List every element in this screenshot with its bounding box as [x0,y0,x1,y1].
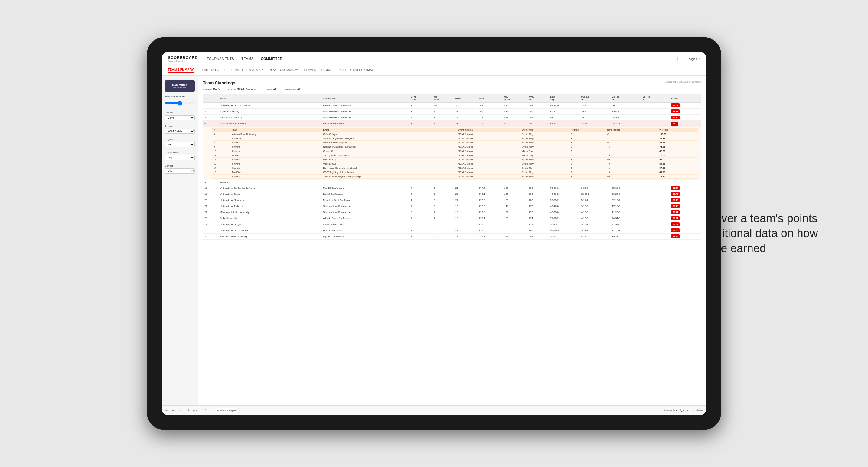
copy-button[interactable]: ⧉ [187,409,189,412]
points-badge[interactable]: 90.20 [671,116,680,120]
view-selector[interactable]: ⊞ View: Original [215,408,239,413]
col-vs25: Vs Top25 [610,94,641,102]
nav-committee[interactable]: COMMITTEE [261,57,282,61]
region-filter-label: Region: [264,88,272,91]
table-row: 25 University of North Florida ASUN Conf… [203,227,701,234]
points-badge[interactable]: 88.71 [671,216,680,220]
nav-teams[interactable]: TEAMS [241,57,253,61]
view-icon: ⊞ [217,409,219,412]
points-badge-highlighted[interactable]: 79.5 [671,122,679,126]
update-time: Update time: 13/03/2024 10:03:42 [665,81,701,83]
region-label: Region [165,138,195,141]
division-filter-value: NCAA Division I [237,88,257,91]
min-rounds-slider[interactable] [165,100,195,106]
paste-button[interactable]: ⊞ · [193,409,197,412]
school-select[interactable]: (All) [165,168,195,174]
logo-text: SCOREBOARD [168,55,198,60]
points-badge[interactable]: 83.07 [671,186,680,190]
inner-table-row: 14 Georgia Ben Hogan Collegiate Invitati… [212,166,698,170]
col-school: School [218,94,321,102]
top-nav: SCOREBOARD Powered by clipp TOURNAMENTS … [162,52,706,65]
sub-nav-player-summary[interactable]: PLAYER SUMMARY [269,68,298,72]
sub-nav-team-summary[interactable]: TEAM SUMMARY [168,68,194,72]
standings-header: Team Standings Update time: 13/03/2024 1… [203,81,701,85]
sub-nav-team-h2h-grid[interactable]: TEAM H2H GRID [200,68,225,72]
table-row: 21 University of Alabama Southeastern Co… [203,203,701,209]
col-overall: Overall25 [580,94,610,102]
sign-out-divider: | [677,56,678,61]
division-label: Division [165,125,195,127]
gender-filter-value: Men's [213,88,220,91]
points-badge[interactable]: 88.54 [671,222,680,226]
share-button[interactable]: ↗ Share [692,409,703,412]
points-badge[interactable]: 83.41 [671,210,680,214]
col-wins: Wins [477,94,502,102]
undo-button[interactable]: ↩ [165,409,168,412]
points-badge[interactable]: 97.02 [671,103,680,107]
table-row: 5 Texas T... [203,180,701,185]
sign-out[interactable]: Sign out [685,58,700,61]
inner-table-header: # Team Event Event Division Event Type R… [212,128,698,132]
col-conference: Conference [321,94,409,102]
points-badge[interactable]: 83.89 [671,228,680,232]
view-label: View: Original [220,409,237,412]
sidebar-min-rounds: Minimum Rounds [165,95,195,107]
gender-label: Gender [165,111,195,114]
reset-button[interactable]: ↺ [178,409,180,412]
clock-button[interactable]: ⏱ [205,409,207,412]
toolbar-separator-1 [184,408,184,413]
sub-nav-team-h2h-heatmap[interactable]: TEAM H2H HEATMAP [231,68,263,72]
inner-table: # Team Event Event Division Event Type R… [212,128,698,179]
inner-table-row: 15 East Tae OFCC Fighting Illini Invitat… [212,170,698,175]
division-select[interactable]: NCAA Division I [165,129,195,134]
redo-button[interactable]: ↪ [172,409,174,412]
tablet-device: SCOREBOARD Powered by clipp TOURNAMENTS … [147,37,721,430]
sub-nav: TEAM SUMMARY TEAM H2H GRID TEAM H2H HEAT… [162,65,706,75]
col-points: Points [670,94,701,102]
feedback-button[interactable]: 💬 [680,409,683,412]
nav-links: TOURNAMENTS TEAMS COMMITTEE [207,57,677,61]
inner-table-row: 8 Univers Amer Ari Intercollegiate NCAA … [212,141,698,145]
gender-select[interactable]: Men's [165,115,195,120]
table-row: 2 Auburn University Southeastern Confere… [203,108,701,115]
standings-title: Team Standings [203,81,235,85]
nav-tournaments[interactable]: TOURNAMENTS [207,57,234,61]
sub-nav-player-h2h-grid[interactable]: PLAYER H2H GRID [304,68,333,72]
committee-panel: Committee Portal Review [165,81,195,92]
tablet-screen: SCOREBOARD Powered by clipp TOURNAMENTS … [162,52,706,415]
standings-table: # School Conference ConfRank NoTour Rnds… [203,94,701,240]
conference-select[interactable]: (All) [165,155,195,160]
points-badge[interactable]: 88.49 [671,198,680,202]
points-badge[interactable]: 93.31 [671,110,680,114]
points-badge[interactable]: 88.94 [671,235,680,238]
table-row: 18 University of California, Berkeley Pa… [203,185,701,191]
main-content: Committee Portal Review Minimum Rounds G… [162,75,706,405]
sub-nav-player-h2h-heatmap[interactable]: PLAYER H2H HEATMAP [338,68,374,72]
watch-button[interactable]: 👁 Watch ▾ [663,409,677,412]
table-row: 23 Duke University Atlantic Coast Confer… [203,215,701,221]
col-rank: # [203,94,218,102]
inner-table-row: 16 Univers 2023 Sahalee Players Champion… [212,175,698,179]
expand-button[interactable]: ⤢ [686,409,689,412]
share-label: Share [695,409,703,412]
table-row: 22 Mississippi State University Southeas… [203,209,701,215]
points-badge[interactable]: 88.70 [671,192,680,196]
table-row-highlighted: 4 Arizona State University Pac-12 Confer… [203,121,701,127]
watch-chevron: ▾ [676,409,677,412]
table-row: 24 University of Oregon Pac-12 Conferenc… [203,221,701,227]
points-badge[interactable]: 88.48 [671,204,680,208]
logo-sub: Powered by clipp [168,60,198,62]
committee-title: Committee [168,84,192,87]
logo-area: SCOREBOARD Powered by clipp [168,55,198,62]
col-rnds: Rnds [454,94,477,102]
conference-label: Conference [165,151,195,154]
toolbar-right: 👁 Watch ▾ 💬 ⤢ ↗ Share [663,409,703,412]
table-row: 3 Vanderbilt University Southeastern Con… [203,115,701,121]
school-label: School [165,164,195,167]
col-avg-sg: Avg.SG [527,94,549,102]
col-conf-rank: ConfRank [409,94,433,102]
conference-filter-value: All [297,88,301,91]
filter-conference: Conference: All [283,88,301,91]
table-header-row: # School Conference ConfRank NoTour Rnds… [203,94,701,102]
region-select[interactable]: N/A [165,142,195,147]
